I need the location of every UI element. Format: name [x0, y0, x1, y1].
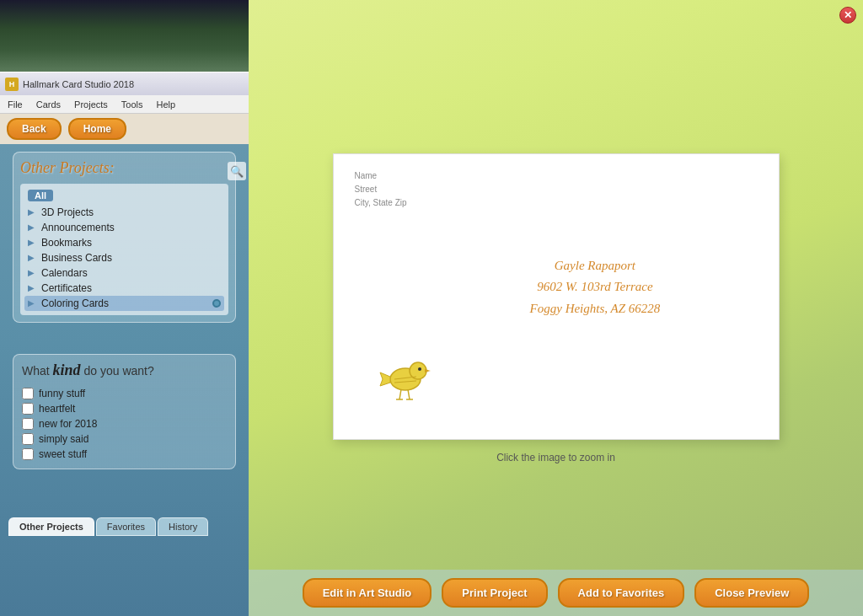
svg-point-1 [410, 362, 426, 379]
add-to-favorites-button[interactable]: Add to Favorites [558, 578, 685, 608]
preview-area: Name Street City, State Zip Gayle Rapapo… [249, 0, 863, 616]
menu-help[interactable]: Help [153, 98, 180, 111]
bird-illustration [376, 347, 435, 410]
checkbox-sweet-stuff-input[interactable] [22, 448, 34, 460]
menu-file[interactable]: File [4, 98, 26, 111]
return-address: Name Street City, State Zip [355, 169, 407, 210]
list-item-label: Bookmarks [41, 237, 92, 249]
projects-scroll: All ▶ 3D Projects ▶ Announcements ▶ Book… [24, 188, 224, 311]
svg-line-7 [399, 389, 401, 399]
menu-cards[interactable]: Cards [33, 98, 64, 111]
print-project-button[interactable]: Print Project [442, 578, 547, 608]
address-street: Street [355, 183, 407, 196]
selected-indicator [212, 299, 221, 308]
tab-favorites[interactable]: Favorites [96, 517, 156, 536]
all-label: All [28, 190, 53, 201]
checkbox-funny-stuff-input[interactable] [22, 388, 34, 399]
menu-tools[interactable]: Tools [118, 98, 147, 111]
close-window-button[interactable]: ✕ [839, 7, 856, 24]
action-bar: Edit in Art Studio Print Project Add to … [249, 570, 863, 616]
menu-projects[interactable]: Projects [71, 98, 111, 111]
list-item-coloring-cards[interactable]: ▶ Coloring Cards [24, 296, 224, 311]
checkbox-new-2018-input[interactable] [22, 418, 34, 430]
bullet-icon: ▶ [28, 238, 38, 248]
bullet-icon: ▶ [28, 222, 38, 233]
tab-other-projects[interactable]: Other Projects [8, 517, 94, 536]
projects-list-container: All ▶ 3D Projects ▶ Announcements ▶ Book… [20, 184, 228, 315]
checkbox-simply-said: simply said [22, 431, 227, 447]
recipient-street: 9602 W. 103rd Terrace [530, 276, 661, 298]
kind-panel: What kind do you want? funny stuff heart… [13, 354, 236, 469]
app-icon: H [5, 78, 19, 91]
svg-marker-2 [425, 369, 431, 372]
svg-point-3 [418, 367, 421, 371]
list-item-label: Business Cards [41, 252, 112, 264]
list-item-3d-projects[interactable]: ▶ 3D Projects [24, 205, 224, 220]
checkbox-simply-said-input[interactable] [22, 433, 34, 445]
list-item-all[interactable]: All [24, 188, 224, 205]
home-button[interactable]: Home [68, 118, 126, 140]
list-item-announcements[interactable]: ▶ Announcements [24, 220, 224, 235]
list-item-certificates[interactable]: ▶ Certificates [24, 281, 224, 296]
close-preview-button[interactable]: Close Preview [694, 578, 809, 608]
list-item-calendars[interactable]: ▶ Calendars [24, 265, 224, 281]
list-item-label: Certificates [41, 282, 92, 294]
bullet-icon: ▶ [28, 268, 38, 278]
checkbox-funny-stuff: funny stuff [22, 386, 227, 401]
checkbox-new-for-2018: new for 2018 [22, 416, 227, 431]
bird-svg [376, 347, 435, 406]
window-titlebar: H Hallmark Card Studio 2018 [0, 72, 249, 95]
list-item-label: Coloring Cards [41, 297, 109, 309]
checkbox-sweet-stuff-label: sweet stuff [39, 448, 87, 460]
bullet-icon: ▶ [28, 253, 38, 263]
list-item-label: Announcements [41, 222, 115, 233]
photo-background [0, 0, 249, 72]
address-name: Name [355, 169, 407, 183]
recipient-name: Gayle Rapaport [530, 255, 661, 277]
menu-bar: File Cards Projects Tools Help [0, 95, 249, 114]
list-item-business-cards[interactable]: ▶ Business Cards [24, 250, 224, 265]
recipient-address: Gayle Rapaport 9602 W. 103rd Terrace Fog… [530, 255, 661, 320]
edit-in-art-studio-button[interactable]: Edit in Art Studio [303, 578, 432, 608]
search-button[interactable]: 🔍 [228, 162, 246, 180]
bullet-icon: ▶ [28, 283, 38, 293]
checkbox-heartfelt: heartfelt [22, 401, 227, 416]
checkbox-simply-said-label: simply said [39, 433, 88, 445]
address-city: City, State Zip [355, 196, 407, 210]
window-title: Hallmark Card Studio 2018 [23, 79, 134, 89]
list-item-label: 3D Projects [41, 206, 94, 218]
svg-line-8 [408, 389, 410, 399]
checkbox-new-2018-label: new for 2018 [39, 418, 97, 430]
checkbox-funny-stuff-label: funny stuff [39, 388, 85, 399]
tab-history[interactable]: History [158, 517, 208, 536]
checkbox-sweet-stuff: sweet stuff [22, 447, 227, 462]
list-item-label: Calendars [41, 267, 88, 279]
list-item-bookmarks[interactable]: ▶ Bookmarks [24, 235, 224, 250]
kind-title: What kind do you want? [22, 362, 227, 379]
card-preview[interactable]: Name Street City, State Zip Gayle Rapapo… [333, 153, 780, 440]
other-projects-panel: Other Projects: All ▶ 3D Projects ▶ Anno… [13, 152, 236, 323]
checkbox-heartfelt-input[interactable] [22, 403, 34, 415]
zoom-hint: Click the image to zoom in [496, 452, 615, 463]
back-button[interactable]: Back [7, 118, 62, 140]
recipient-city: Foggy Heights, AZ 66228 [530, 298, 661, 320]
other-projects-title: Other Projects: [20, 159, 228, 177]
bullet-icon: ▶ [28, 207, 38, 217]
bottom-tabs: Other Projects Favorites History [0, 517, 249, 536]
checkbox-heartfelt-label: heartfelt [39, 403, 75, 415]
bullet-icon: ▶ [28, 298, 38, 308]
kind-emphasis: kind [53, 362, 81, 378]
toolbar: Back Home [0, 114, 249, 144]
search-icon: 🔍 [230, 165, 244, 178]
svg-marker-6 [380, 372, 390, 386]
